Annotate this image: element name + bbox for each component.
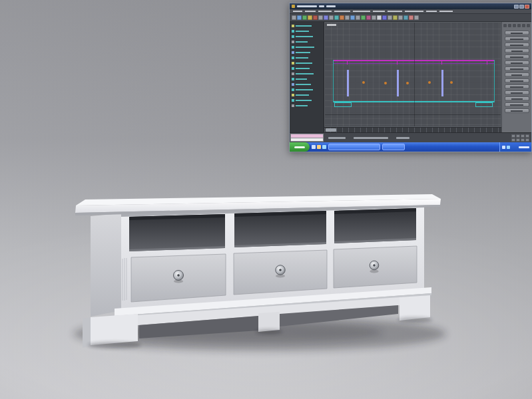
scene-list-item[interactable] [290, 87, 324, 92]
command-panel-tab[interactable] [508, 24, 511, 27]
scene-list-item[interactable] [290, 98, 324, 103]
viewport-nav-button[interactable] [516, 134, 520, 138]
viewport-nav-button[interactable] [516, 138, 520, 142]
command-panel-button[interactable] [505, 66, 529, 71]
scene-list-item[interactable] [290, 76, 324, 82]
command-panel-tab[interactable] [517, 24, 521, 27]
toolbar-icon[interactable] [398, 15, 403, 20]
menu-item[interactable] [426, 11, 437, 12]
scene-list-item[interactable] [290, 55, 324, 61]
viewport-nav-button[interactable] [511, 134, 515, 138]
menubar[interactable] [290, 9, 531, 14]
toolbar-icon[interactable] [313, 15, 318, 20]
viewport-nav-button[interactable] [525, 138, 529, 142]
scene-list-item[interactable] [290, 50, 324, 55]
toolbar-icon[interactable] [292, 15, 296, 20]
scene-list-item[interactable] [290, 29, 324, 34]
command-panel-tab[interactable] [513, 24, 516, 27]
viewport-nav-button[interactable] [511, 138, 515, 142]
command-panel-button[interactable] [505, 78, 529, 83]
toolbar-icon[interactable] [366, 15, 371, 20]
command-panel-button[interactable] [505, 43, 529, 47]
maximize-button[interactable] [519, 5, 524, 9]
command-panel-button[interactable] [505, 108, 529, 113]
scene-list-item[interactable] [290, 23, 324, 29]
close-button[interactable] [525, 5, 529, 9]
titlebar[interactable] [290, 3, 531, 9]
scene-list-item[interactable] [290, 92, 324, 98]
menu-item[interactable] [388, 11, 402, 12]
toolbar-icon[interactable] [324, 15, 328, 20]
command-panel-button[interactable] [505, 90, 529, 95]
start-button[interactable] [290, 142, 310, 152]
maxscript-output-row[interactable] [290, 138, 324, 142]
toolbar-icon[interactable] [414, 15, 419, 20]
time-slider[interactable] [326, 128, 336, 132]
command-panel-button[interactable] [505, 55, 529, 59]
viewport-nav-button[interactable] [521, 138, 525, 142]
command-panel-button[interactable] [505, 49, 529, 53]
tray-icon[interactable] [507, 146, 510, 149]
toolbar-icon[interactable] [388, 15, 392, 20]
toolbar-icon[interactable] [377, 15, 382, 20]
main-toolbar[interactable] [290, 14, 531, 22]
tray-icon[interactable] [502, 146, 505, 149]
scene-list-item[interactable] [290, 39, 324, 45]
viewport[interactable] [324, 22, 501, 127]
menu-item[interactable] [439, 11, 453, 12]
toolbar-icon[interactable] [382, 15, 387, 20]
toolbar-icon[interactable] [329, 15, 334, 20]
toolbar-icon[interactable] [297, 15, 302, 20]
scene-list-item[interactable] [290, 71, 324, 76]
quick-launch-icon[interactable] [312, 145, 316, 149]
command-panel-button[interactable] [505, 102, 529, 107]
taskbar-app-button[interactable] [328, 144, 380, 150]
command-panel[interactable] [501, 22, 531, 132]
menu-item[interactable] [305, 11, 316, 12]
menu-item[interactable] [318, 11, 332, 12]
command-panel-tab[interactable] [522, 24, 525, 27]
command-panel-button[interactable] [505, 61, 529, 65]
toolbar-icon[interactable] [340, 15, 344, 20]
toolbar-icon[interactable] [356, 15, 360, 20]
taskbar-app-button[interactable] [382, 144, 405, 150]
menu-item[interactable] [334, 11, 350, 12]
scene-list-item[interactable] [290, 61, 324, 66]
menu-item[interactable] [373, 11, 385, 12]
toolbar-icon[interactable] [372, 15, 376, 20]
menu-item[interactable] [405, 11, 423, 12]
command-panel-tab[interactable] [503, 24, 507, 27]
toolbar-icon[interactable] [345, 15, 350, 20]
toolbar-icon[interactable] [409, 15, 413, 20]
command-panel-button[interactable] [505, 84, 529, 89]
maxscript-listener[interactable] [290, 134, 324, 142]
toolbar-icon[interactable] [403, 15, 408, 20]
quick-launch-icon[interactable] [322, 145, 326, 149]
scene-list-item[interactable] [290, 45, 324, 50]
scene-list-item[interactable] [290, 66, 324, 71]
scene-list-item[interactable] [290, 34, 324, 39]
toolbar-icon[interactable] [361, 15, 366, 20]
viewport-nav-button[interactable] [525, 134, 529, 138]
toolbar-icon[interactable] [393, 15, 398, 20]
toolbar-icon[interactable] [334, 15, 339, 20]
command-panel-button[interactable] [505, 37, 529, 41]
scene-panel[interactable] [290, 22, 324, 132]
viewport-nav-button[interactable] [521, 134, 525, 138]
command-panel-button[interactable] [505, 31, 529, 35]
command-panel-button[interactable] [505, 72, 529, 77]
toolbar-icon[interactable] [302, 15, 307, 20]
scene-list-item[interactable] [290, 103, 324, 108]
timeline[interactable] [324, 127, 501, 132]
scene-list-item[interactable] [290, 82, 324, 87]
viewport-nav-controls[interactable] [511, 134, 529, 142]
toolbar-icon[interactable] [308, 15, 312, 20]
command-panel-button[interactable] [505, 96, 529, 101]
minimize-button[interactable] [514, 5, 519, 9]
toolbar-icon[interactable] [318, 15, 323, 20]
toolbar-icon[interactable] [350, 15, 355, 20]
menu-item[interactable] [353, 11, 370, 12]
command-panel-tab[interactable] [527, 24, 530, 27]
quick-launch-icon[interactable] [317, 145, 321, 149]
menu-item[interactable] [293, 11, 302, 12]
